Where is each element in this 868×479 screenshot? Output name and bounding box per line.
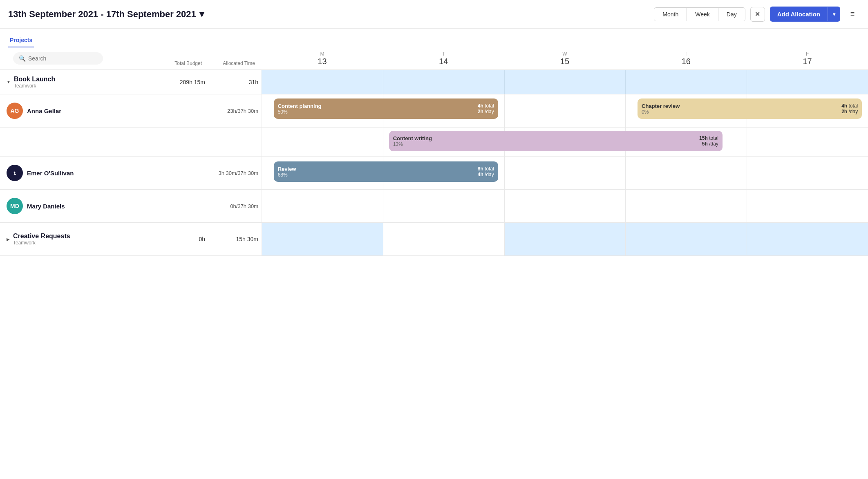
avatar-anna: AG [7,103,23,119]
add-allocation-dropdown-arrow[interactable]: ▾ [828,7,840,21]
tab-projects[interactable]: Projects [8,34,34,47]
block-content-writing-pct: 13% [393,141,432,147]
mary-name: Mary Daniels [27,203,65,210]
day-letter-fri: F [806,51,809,57]
project-name: Book Launch [14,76,55,83]
mary-grid-2 [383,190,504,222]
creative-name: Creative Requests [13,233,70,240]
creative-cal-2 [383,223,504,255]
day-header-thu: T 16 [625,51,747,66]
anna-writing-left [0,128,155,156]
anna-writing-cal: Content writing 13% 15h total5h /day [262,128,868,156]
block-review-pct: 68% [278,172,296,178]
day-header-mon: M 13 [262,51,383,66]
block-content-planning-stats: 4h total2h /day [478,103,494,114]
day-num-fri: 17 [747,57,868,66]
cal-cell-1 [262,70,383,94]
person-row-mary: MD Mary Daniels 0h/37h 30m [0,190,868,223]
day-letter-mon: M [320,51,324,57]
anna-w-grid-1 [262,128,383,156]
mary-grid-1 [262,190,383,222]
mary-empty [155,190,208,222]
day-num-wed: 15 [504,57,626,66]
emer-grid-5 [747,157,868,189]
project-collapse-arrow[interactable]: ▼ [7,80,11,84]
creative-cal-3 [504,223,626,255]
add-allocation-button[interactable]: Add Allocation ▾ [770,7,840,22]
avatar-emer: t. [7,165,23,181]
creative-cal-5 [747,223,868,255]
anna-w-grid-5 [747,128,868,156]
date-range-text: 13th September 2021 - 17th September 202… [8,9,196,20]
block-chapter-review-title: Chapter review [642,103,680,109]
block-review[interactable]: Review 68% 8h total4h /day [274,161,498,182]
project-company: Teamwork [14,83,55,89]
expand-button[interactable]: ✕ [750,7,765,22]
block-content-writing-stats: 15h total5h /day [699,135,718,147]
date-range[interactable]: 13th September 2021 - 17th September 202… [8,9,649,20]
creative-cal-4 [625,223,747,255]
add-allocation-label: Add Allocation [770,7,828,22]
anna-grid-3 [504,94,626,127]
day-letter-tue: T [442,51,445,57]
view-switcher: Month Week Day [654,7,745,21]
block-content-planning-title: Content planning [278,103,322,109]
creative-budget: 0h [155,236,208,242]
table-column-headers: 🔍 Total Budget Allocated Time M 13 T 14 … [0,47,868,70]
emer-grid-3 [504,157,626,189]
tabs-bar: Projects [0,29,868,47]
person-row-emer: t. Emer O'Sullivan 3h 30m/37h 30m Review… [0,157,868,190]
anna-writing-mid2 [208,128,262,156]
cal-cell-2 [383,70,504,94]
avatar-mary: MD [7,198,23,214]
filter-button[interactable]: ≡ [845,7,860,22]
date-range-chevron[interactable]: ▾ [199,9,204,20]
block-chapter-review-pct: 0% [642,109,680,115]
project-allocated: 31h [208,79,262,85]
page-header: 13th September 2021 - 17th September 202… [0,0,868,29]
cal-cell-4 [625,70,747,94]
creative-cal-1 [262,223,383,255]
block-content-planning-pct: 50% [278,109,322,115]
day-letter-wed: W [562,51,567,57]
view-btn-month[interactable]: Month [654,8,687,21]
day-num-mon: 13 [262,57,383,66]
project-cal-bg [262,70,868,94]
day-letter-thu: T [685,51,687,57]
emer-cal-section: Review 68% 8h total4h /day [262,157,868,189]
anna-hours-empty-1 [155,94,208,127]
search-input[interactable] [28,55,97,62]
day-header-fri: F 17 [747,51,868,66]
anna-writing-mid1 [155,128,208,156]
emer-info: t. Emer O'Sullivan [0,157,155,189]
block-review-stats: 8h total4h /day [478,166,494,177]
block-chapter-review[interactable]: Chapter review 0% 4h total2h /day [638,98,862,119]
col-budget-label: Total Budget [155,60,208,66]
search-container: 🔍 [13,52,103,65]
creative-collapse-arrow[interactable]: ▶ [7,237,10,242]
anna-cal-section: Content planning 50% 4h total2h /day Cha… [262,94,868,127]
mary-cal-section [262,190,868,222]
day-num-tue: 14 [383,57,504,66]
view-btn-week[interactable]: Week [687,8,718,21]
search-icon: 🔍 [19,55,26,62]
expand-icon: ✕ [755,10,760,18]
person-row-anna: AG Anna Gellar 23h/37h 30m Content plann… [0,94,868,128]
anna-hours: 23h/37h 30m [208,94,262,127]
block-content-writing-title: Content writing [393,135,432,141]
block-content-planning[interactable]: Content planning 50% 4h total2h /day [274,98,498,119]
mary-grid-4 [625,190,747,222]
block-chapter-review-stats: 4h total2h /day [841,103,858,114]
emer-hours: 3h 30m/37h 30m [208,157,262,189]
cal-cell-5 [747,70,868,94]
anna-writing-row: Content writing 13% 15h total5h /day [0,128,868,157]
view-btn-day[interactable]: Day [718,8,745,21]
day-header-wed: W 15 [504,51,626,66]
mary-info: MD Mary Daniels [0,190,155,222]
block-content-writing[interactable]: Content writing 13% 15h total5h /day [389,131,723,151]
creative-cal-section [262,223,868,255]
person-anna-info: AG Anna Gellar [0,94,155,127]
person-anna-name: Anna Gellar [27,107,61,114]
creative-company: Teamwork [13,240,70,246]
mary-grid-3 [504,190,626,222]
